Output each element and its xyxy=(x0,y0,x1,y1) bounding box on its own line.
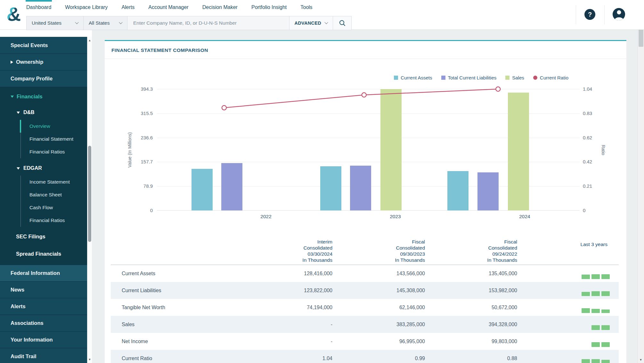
sidebar-item-company-profile[interactable]: Company Profile xyxy=(0,70,87,87)
legend-item-current-ratio[interactable]: Current Ratio xyxy=(533,75,568,80)
ratio-point xyxy=(222,105,226,110)
sidebar-item-overview[interactable]: Overview xyxy=(0,120,87,133)
sidebar-item-alerts[interactable]: Alerts xyxy=(0,298,87,315)
advanced-search-dropdown[interactable]: ADVANCED xyxy=(289,16,333,30)
legend-item-total-current-liabilities[interactable]: Total Current Liabilities xyxy=(441,75,497,80)
trend-sparkline xyxy=(517,268,619,279)
sidebar-item-audit-trail[interactable]: Audit Trail xyxy=(0,348,87,363)
sidebar-item-edgar[interactable]: EDGAR xyxy=(0,161,87,176)
sidebar-item-financial-ratios[interactable]: Financial Ratios xyxy=(0,145,87,158)
left-axis-title: Value (In Millions) xyxy=(127,132,132,168)
sidebar-item-ownership[interactable]: Ownership xyxy=(0,54,87,70)
sidebar-scroll-thumb[interactable] xyxy=(88,146,91,242)
country-dropdown[interactable]: United States xyxy=(27,16,84,30)
header-divider xyxy=(576,5,576,24)
sidebar-item-financial-ratios[interactable]: Financial Ratios xyxy=(0,214,87,227)
legend-item-current-assets[interactable]: Current Assets xyxy=(394,75,432,80)
row-value: 153,982,000 xyxy=(425,288,517,293)
sidebar-item-spread-financials[interactable]: Spread Financials xyxy=(0,246,87,261)
sidebar-item-your-information[interactable]: Your Information xyxy=(0,331,87,348)
table-header-period-2: FiscalConsolidated09/30/2023In Thousands xyxy=(332,237,425,263)
row-label: Current Liabilities xyxy=(111,288,223,293)
financial-table: InterimConsolidated03/30/2024In Thousand… xyxy=(111,237,619,363)
help-button[interactable]: ? xyxy=(584,9,595,20)
sidebar-item-associations[interactable]: Associations xyxy=(0,315,87,331)
sidebar-scrollbar[interactable]: ▲ ▼ xyxy=(87,37,92,363)
row-value: 0.88 xyxy=(425,356,517,361)
nav-item-workspace-library[interactable]: Workspace Library xyxy=(65,0,108,15)
sidebar-item-federal-information[interactable]: Federal Information xyxy=(0,265,87,281)
legend-item-sales[interactable]: Sales xyxy=(505,75,524,80)
legend-marker xyxy=(394,76,398,80)
sidebar-item-label: Associations xyxy=(11,320,44,326)
table-row-tangible-net-worth: Tangible Net Worth74,194,00062,146,00050… xyxy=(111,299,619,316)
sidebar-item-special-events[interactable]: Special Events xyxy=(0,37,87,54)
sidebar-item-news[interactable]: News xyxy=(0,281,87,298)
table-row-sales: Sales-383,285,000394,328,000 xyxy=(111,316,619,333)
sparkline-bar xyxy=(601,309,610,313)
chevron-down-icon xyxy=(75,20,78,24)
x-axis-label-2024: 2024 xyxy=(519,214,530,219)
search-icon xyxy=(339,20,346,27)
sidebar-item-income-statement[interactable]: Income Statement xyxy=(0,176,87,188)
page-scrollbar[interactable]: ▲ ▼ xyxy=(637,9,644,363)
table-row-current-liabilities: Current Liabilities123,822,000145,308,00… xyxy=(111,282,619,299)
sidebar-item-balance-sheet[interactable]: Balance Sheet xyxy=(0,188,87,201)
sidebar-item-label: Alerts xyxy=(11,303,26,309)
row-label: Net Income xyxy=(111,339,223,344)
sidebar-item-label: Financial Ratios xyxy=(29,149,65,155)
nav-item-dashboard[interactable]: Dashboard xyxy=(26,0,51,15)
card-title: FINANCIAL STATEMENT COMPARISON xyxy=(111,47,208,53)
row-value: 62,146,000 xyxy=(332,305,425,310)
sidebar-item-financials[interactable]: Financials xyxy=(0,89,87,104)
sparkline-bar xyxy=(591,274,600,279)
divider xyxy=(105,59,626,59)
sparkline-bar xyxy=(582,359,590,363)
chart-legend: Current AssetsTotal Current LiabilitiesS… xyxy=(385,75,568,80)
row-value: 128,416,000 xyxy=(223,271,332,276)
sidebar-item-label: Ownership xyxy=(16,59,43,65)
sidebar-item-label: SEC Filings xyxy=(16,234,45,240)
legend-marker xyxy=(441,76,445,80)
trend-sparkline xyxy=(517,336,619,347)
account-button[interactable] xyxy=(613,8,625,21)
legend-marker xyxy=(505,76,509,80)
country-value: United States xyxy=(32,20,61,26)
page: & DashboardWorkspace LibraryAlertsAccoun… xyxy=(0,0,644,363)
nav-item-account-manager[interactable]: Account Manager xyxy=(148,0,188,15)
left-axis-tick: 315.5 xyxy=(134,111,153,116)
row-value: 96,995,000 xyxy=(332,339,425,344)
sidebar-item-d-b[interactable]: D&B xyxy=(0,105,87,120)
table-header-spacer xyxy=(111,237,223,239)
main-nav: DashboardWorkspace LibraryAlertsAccount … xyxy=(26,0,326,15)
sidebar-item-financial-statement[interactable]: Financial Statement xyxy=(0,133,87,145)
sidebar-item-sec-filings[interactable]: SEC Filings xyxy=(0,229,87,244)
trend-sparkline xyxy=(517,285,619,296)
row-value: 50,672,000 xyxy=(425,305,517,310)
left-axis-tick: 78.9 xyxy=(134,183,153,189)
right-axis-tick: 1.04 xyxy=(583,86,592,92)
sidebar-item-label: Balance Sheet xyxy=(29,192,62,198)
dnb-logo: & xyxy=(4,3,23,26)
nav-item-tools[interactable]: Tools xyxy=(300,0,312,15)
scroll-down-icon[interactable]: ▼ xyxy=(87,358,92,361)
search-input[interactable] xyxy=(127,16,289,30)
scroll-up-icon[interactable]: ▲ xyxy=(87,39,92,42)
scroll-down-icon[interactable]: ▼ xyxy=(638,358,644,361)
row-value: 145,308,000 xyxy=(332,288,425,293)
nav-item-alerts[interactable]: Alerts xyxy=(121,0,135,15)
legend-label: Current Ratio xyxy=(540,75,568,80)
caret-right-icon xyxy=(11,61,13,64)
caret-down-icon xyxy=(17,167,20,169)
search-button[interactable] xyxy=(333,16,351,30)
trend-sparkline xyxy=(517,302,619,313)
sidebar-item-cash-flow[interactable]: Cash Flow xyxy=(0,201,87,214)
nav-item-portfolio-insight[interactable]: Portfolio Insight xyxy=(251,0,287,15)
sparkline-bar xyxy=(582,292,590,296)
sidebar-item-label: Overview xyxy=(29,123,50,129)
sidebar-item-label: EDGAR xyxy=(23,165,42,171)
chevron-down-icon xyxy=(324,20,328,24)
x-axis-label-2023: 2023 xyxy=(390,214,401,219)
state-dropdown[interactable]: All States xyxy=(84,16,127,30)
nav-item-decision-maker[interactable]: Decision Maker xyxy=(202,0,238,15)
